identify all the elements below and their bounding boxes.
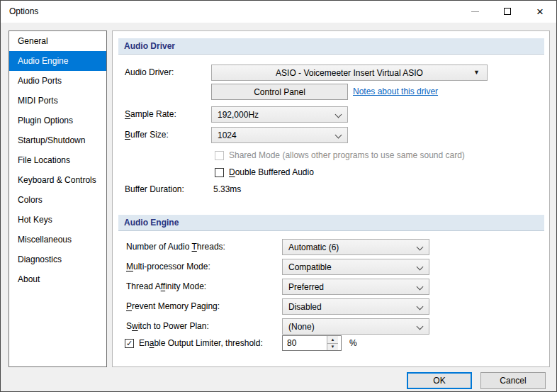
enable-output-limiter-row[interactable]: ✓ Enable Output Limiter, threshold: (125, 338, 263, 348)
sidebar-item-midi-ports[interactable]: MIDI Ports (9, 91, 106, 111)
sidebar-item-file-locations[interactable]: File Locations (9, 150, 106, 170)
sidebar-item-audio-engine[interactable]: Audio Engine (9, 51, 106, 71)
maximize-button[interactable] (491, 1, 524, 22)
chevron-down-icon (417, 244, 424, 251)
sample-rate-select[interactable]: 192,000Hz (211, 106, 348, 123)
settings-panel: Audio Driver Audio Driver: ASIO - Voicem… (112, 30, 550, 367)
chevron-down-icon (335, 111, 342, 118)
thread-affinity-mode-value: Preferred (288, 282, 324, 292)
shared-mode-checkbox-row: Shared Mode (allows other programs to us… (215, 150, 465, 160)
sidebar-list: General Audio Engine Audio Ports MIDI Po… (9, 30, 107, 367)
sidebar-item-plugin-options[interactable]: Plugin Options (9, 111, 106, 130)
ok-button[interactable]: OK (407, 372, 472, 389)
switch-to-power-plan-label: Switch to Power Plan: (126, 318, 209, 335)
control-panel-button[interactable]: Control Panel (211, 84, 348, 100)
enable-output-limiter-checkbox[interactable]: ✓ (125, 339, 134, 348)
switch-to-power-plan-value: (None) (288, 322, 315, 332)
switch-to-power-plan-select[interactable]: (None) (282, 318, 429, 335)
buffer-duration-label: Buffer Duration: (125, 184, 184, 195)
sample-rate-value: 192,000Hz (218, 110, 259, 120)
multi-processor-mode-value: Compatible (288, 262, 332, 272)
audio-driver-value: ASIO - Voicemeeter Insert Virtual ASIO (276, 68, 423, 78)
close-button[interactable]: × (524, 1, 556, 22)
thread-affinity-mode-select[interactable]: Preferred (282, 279, 429, 295)
minimize-button[interactable] (458, 1, 491, 22)
limiter-threshold-unit: % (349, 335, 357, 351)
sample-rate-label: Sample Rate: (125, 106, 176, 123)
audio-engine-group-header: Audio Engine (118, 215, 544, 231)
checkmark-icon: ✓ (126, 340, 133, 347)
chevron-down-icon (417, 303, 424, 310)
multi-processor-mode-label: Multi-processor Mode: (126, 259, 210, 275)
number-of-audio-threads-select[interactable]: Automatic (6) (282, 239, 429, 255)
audio-threads-label: Number of Audio Threads: (126, 239, 225, 255)
shared-mode-checkbox (215, 151, 224, 160)
spinner-buttons: ▲ ▼ (327, 336, 338, 350)
multi-processor-mode-select[interactable]: Compatible (282, 259, 429, 275)
spinner-up-button[interactable]: ▲ (327, 336, 338, 344)
thread-affinity-mode-label: Thread Affinity Mode: (126, 279, 206, 295)
audio-threads-value: Automatic (6) (288, 242, 339, 252)
sidebar-item-startup-shutdown[interactable]: Startup/Shutdown (9, 130, 106, 150)
chevron-down-icon (335, 132, 342, 139)
cancel-button[interactable]: Cancel (480, 372, 546, 389)
spinner-down-button[interactable]: ▼ (327, 344, 338, 351)
sidebar-item-keyboard-controls[interactable]: Keyboard & Controls (9, 170, 106, 190)
shared-mode-label: Shared Mode (allows other programs to us… (229, 150, 465, 160)
sidebar-item-about[interactable]: About (9, 269, 106, 289)
sidebar-item-hot-keys[interactable]: Hot Keys (9, 210, 106, 230)
close-icon: × (536, 6, 544, 18)
sidebar-item-colors[interactable]: Colors (9, 190, 106, 210)
buffer-size-label: Buffer Size: (125, 127, 169, 143)
double-buffered-checkbox-row[interactable]: Double Buffered Audio (215, 167, 314, 177)
sidebar-item-diagnostics[interactable]: Diagnostics (9, 250, 106, 269)
prevent-memory-paging-select[interactable]: Disabled (282, 298, 429, 315)
audio-driver-group-header: Audio Driver (118, 38, 544, 55)
options-dialog: Options × General Audio Engine Audio Por… (0, 0, 557, 392)
dropdown-arrow-icon: ▼ (473, 65, 480, 80)
limiter-threshold-spinner[interactable]: ▲ ▼ (282, 335, 342, 351)
buffer-size-value: 1024 (218, 130, 237, 140)
window-title: Options (9, 1, 38, 23)
buffer-duration-value: 5.33ms (213, 184, 241, 195)
minimize-icon (471, 11, 479, 12)
titlebar: Options × (1, 1, 556, 23)
double-buffered-checkbox[interactable] (215, 168, 224, 177)
sidebar-item-general[interactable]: General (9, 31, 106, 51)
chevron-down-icon (417, 264, 424, 271)
chevron-down-icon (417, 284, 424, 291)
sidebar-item-miscellaneous[interactable]: Miscellaneous (9, 230, 106, 250)
buffer-size-select[interactable]: 1024 (211, 127, 348, 143)
chevron-down-icon (417, 323, 424, 330)
prevent-memory-paging-value: Disabled (288, 302, 322, 312)
cancel-button-label: Cancel (500, 376, 526, 386)
control-panel-button-label: Control Panel (254, 87, 305, 97)
maximize-icon (504, 8, 511, 15)
enable-output-limiter-label: Enable Output Limiter, threshold: (139, 338, 263, 348)
double-buffered-label: Double Buffered Audio (229, 167, 314, 177)
notes-about-driver-link[interactable]: Notes about this driver (353, 84, 438, 100)
audio-driver-label: Audio Driver: (125, 65, 174, 81)
prevent-memory-paging-label: Prevent Memory Paging: (126, 298, 220, 315)
limiter-threshold-input[interactable] (283, 336, 327, 350)
ok-button-label: OK (433, 376, 445, 386)
audio-driver-select[interactable]: ASIO - Voicemeeter Insert Virtual ASIO ▼ (211, 65, 488, 81)
sidebar-item-audio-ports[interactable]: Audio Ports (9, 71, 106, 91)
